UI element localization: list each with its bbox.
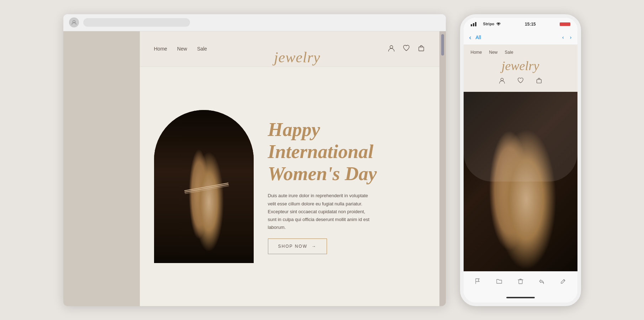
svg-rect-8 — [537, 79, 541, 83]
mobile-nav-sale[interactable]: Sale — [505, 50, 513, 55]
cta-label: SHOP NOW — [278, 244, 307, 249]
hero-text: Happy International Women's Day Duis aut… — [268, 119, 425, 254]
mobile-hero-image — [464, 92, 577, 271]
mobile-icons-row — [471, 77, 570, 89]
mobile-all-label[interactable]: All — [476, 35, 481, 40]
svg-rect-3 — [471, 24, 472, 26]
shop-now-button[interactable]: SHOP NOW → — [268, 238, 327, 254]
hero-image-bg — [154, 110, 254, 263]
desktop-browser: Home New Sale jewelry — [63, 14, 446, 306]
mobile-battery — [560, 22, 570, 26]
mobile-site-logo: jewelry — [471, 58, 570, 73]
toolbar-folder-icon[interactable] — [496, 278, 502, 286]
browser-left-sidebar — [63, 31, 140, 306]
mobile-bag-icon[interactable] — [535, 77, 543, 86]
scrollbar-thumb[interactable] — [441, 34, 444, 56]
mobile-heart-icon[interactable] — [517, 77, 524, 86]
mobile-nav-new[interactable]: New — [489, 50, 498, 55]
heading-line1: Happy — [268, 119, 320, 140]
mobile-nav-arrows: ‹ › — [562, 34, 572, 41]
svg-rect-9 — [519, 280, 522, 284]
mobile-status-bar: Stripo 15:15 — [464, 18, 577, 31]
mobile-site-nav: Home New Sale jewelry — [464, 45, 577, 92]
cta-arrow-icon: → — [312, 244, 317, 249]
browser-avatar-icon — [69, 17, 79, 27]
toolbar-edit-icon[interactable] — [560, 278, 566, 286]
browser-content: Home New Sale jewelry — [63, 31, 446, 306]
svg-point-7 — [501, 78, 503, 80]
nav-sale[interactable]: Sale — [197, 46, 207, 52]
svg-rect-2 — [419, 47, 424, 51]
mobile-user-icon[interactable] — [498, 77, 506, 86]
mobile-nav-bar: ‹ All ‹ › — [464, 31, 577, 45]
mobile-prev-arrow[interactable]: ‹ — [562, 34, 564, 41]
svg-rect-4 — [473, 23, 474, 26]
mobile-nav-home[interactable]: Home — [471, 50, 482, 55]
hero-heading: Happy International Women's Day — [268, 119, 425, 185]
mobile-next-arrow[interactable]: › — [570, 34, 571, 41]
browser-chrome — [63, 14, 446, 31]
user-icon[interactable] — [387, 44, 395, 54]
browser-scrollbar[interactable] — [439, 31, 446, 306]
toolbar-trash-icon[interactable] — [517, 278, 524, 286]
mobile-back-arrow[interactable]: ‹ — [469, 34, 471, 41]
mobile-arch-overlay — [464, 92, 577, 182]
toolbar-flag-icon[interactable] — [475, 278, 481, 286]
hero-body-text: Duis aute irure dolor in reprehenderit i… — [268, 192, 375, 231]
browser-url-bar[interactable] — [83, 18, 190, 27]
nav-new[interactable]: New — [177, 46, 187, 52]
mobile-signal: Stripo — [471, 22, 501, 26]
site-nav: Home New Sale jewelry — [140, 31, 439, 67]
mobile-content: Home New Sale jewelry — [464, 45, 577, 271]
svg-rect-5 — [475, 22, 476, 26]
mobile-home-indicator — [464, 293, 577, 303]
nav-icons — [387, 44, 425, 54]
website-main: Home New Sale jewelry — [140, 31, 439, 306]
heading-line2: International — [268, 141, 374, 162]
hero-image-hand — [154, 110, 254, 263]
mobile-nav-links: Home New Sale — [471, 50, 570, 55]
hero-section: Happy International Women's Day Duis aut… — [140, 67, 439, 306]
site-logo: jewelry — [274, 49, 321, 66]
toolbar-reply-icon[interactable] — [539, 278, 545, 286]
mobile-home-bar — [506, 297, 535, 298]
mobile-time: 15:15 — [525, 22, 536, 27]
bag-icon[interactable] — [417, 44, 425, 54]
heart-icon[interactable] — [402, 44, 410, 54]
heading-line3: Women's Day — [268, 163, 377, 184]
svg-point-1 — [390, 46, 393, 48]
mobile-bottom-toolbar — [464, 271, 577, 293]
svg-point-6 — [498, 25, 499, 26]
hero-image — [154, 110, 254, 263]
nav-home[interactable]: Home — [154, 46, 167, 52]
nav-links: Home New Sale — [154, 46, 207, 52]
mobile-mockup: Stripo 15:15 ‹ All ‹ › Home New Sale jew — [460, 14, 581, 306]
